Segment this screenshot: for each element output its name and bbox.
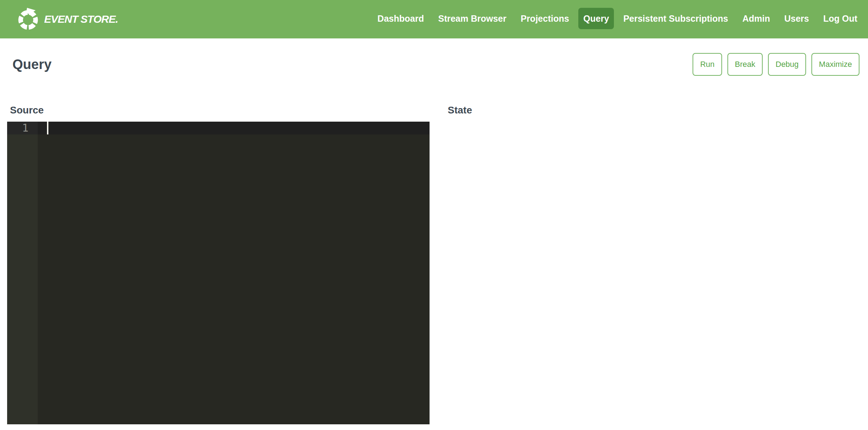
editor-active-line (38, 122, 430, 134)
nav-item-persistent-subscriptions[interactable]: Persistent Subscriptions (618, 8, 733, 29)
maximize-button[interactable]: Maximize (811, 53, 859, 76)
source-label: Source (10, 104, 430, 116)
main-nav: Dashboard Stream Browser Projections Que… (370, 8, 864, 29)
debug-button[interactable]: Debug (768, 53, 806, 76)
query-toolbar: Run Break Debug Maximize (693, 53, 859, 76)
page-header: Query Run Break Debug Maximize (0, 53, 868, 76)
nav-item-stream-browser[interactable]: Stream Browser (433, 8, 511, 29)
nav-item-users[interactable]: Users (779, 8, 814, 29)
break-button[interactable]: Break (727, 53, 763, 76)
nav-item-query[interactable]: Query (578, 8, 614, 29)
editor-content[interactable] (38, 122, 430, 424)
nav-item-log-out[interactable]: Log Out (818, 8, 862, 29)
nav-item-projections[interactable]: Projections (516, 8, 574, 29)
event-store-logo[interactable]: EVENT STORE. (16, 7, 118, 31)
nav-item-dashboard[interactable]: Dashboard (373, 8, 429, 29)
run-button[interactable]: Run (693, 53, 722, 76)
editor-gutter[interactable]: 1 (7, 122, 38, 424)
query-page: Query Run Break Debug Maximize Source 1 … (0, 53, 868, 424)
panels-row: Source 1 State (0, 104, 868, 424)
navbar: EVENT STORE. Dashboard Stream Browser Pr… (0, 0, 868, 38)
line-number: 1 (7, 122, 38, 134)
source-panel: Source 1 (0, 104, 434, 424)
nav-item-admin[interactable]: Admin (737, 8, 775, 29)
query-source-editor[interactable]: 1 (7, 122, 430, 424)
editor-cursor (47, 122, 48, 134)
page-title: Query (12, 57, 52, 72)
brand-name: EVENT STORE. (44, 13, 118, 25)
state-label: State (448, 104, 868, 116)
event-store-ring-icon (16, 7, 40, 31)
state-panel: State (434, 104, 868, 424)
